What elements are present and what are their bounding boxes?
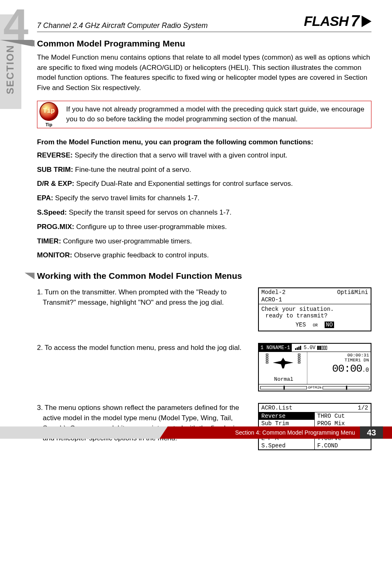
lcd1-yes: YES — [295, 322, 306, 328]
trim-left-icon — [265, 354, 269, 372]
logo-text: FLASH — [304, 13, 348, 29]
lcd2-big-time: 00:00 — [332, 363, 362, 375]
tip-icon: Tip — [39, 102, 58, 121]
lcd3-item: S.Speed — [259, 442, 315, 449]
feature-line: TIMER: Configure two user-programmable t… — [37, 236, 371, 246]
lcd2-timer-label: TIMER1 DN — [309, 358, 369, 363]
logo-arrow-icon — [362, 16, 371, 27]
lcd2-timer-count: 00:00:31 — [309, 353, 369, 358]
lcd1-msg2: ready to transmit? — [261, 312, 368, 319]
feature-line: PROG.MIX: Configure up to three user-pro… — [37, 222, 371, 232]
signal-bars-icon — [295, 346, 301, 350]
lcd3-item: Reverse — [259, 412, 315, 420]
lcd2-voltage: 5.0V — [304, 345, 316, 351]
brand-logo: FLASH 7 — [304, 12, 371, 30]
feature-line: EPA: Specify the servo travel limits for… — [37, 193, 371, 203]
lcd1-type: ACRO-1 — [261, 296, 282, 303]
page-footer: Section 4: Common Model Programming Menu… — [0, 426, 392, 439]
section-title-common: Common Model Programming Menu — [37, 39, 371, 49]
page-number: 43 — [360, 426, 383, 439]
lcd1-model: Model-2 — [261, 289, 286, 296]
feature-line: REVERSE: Specify the direction that a se… — [37, 150, 371, 160]
feature-line: S.Speed: Specify the transit speed for s… — [37, 208, 371, 218]
trim-right-icon — [297, 354, 301, 372]
lcd2-mode: Normal — [272, 376, 293, 382]
lcd-screen-1: Model-2 Opti&Mini ACRO-1 Check your situ… — [258, 287, 371, 331]
lcd1-or: OR — [313, 323, 318, 328]
functions-heading: From the Model Function menu, you can pr… — [37, 138, 371, 146]
lcd1-no-selected: NO — [325, 322, 334, 328]
feature-line: MONITOR: Observe graphic feedback to con… — [37, 250, 371, 260]
intro-paragraph: The Model Function menu contains options… — [37, 53, 371, 93]
section-label: SECTION — [5, 26, 16, 113]
tip-icon-label: Tip — [37, 122, 61, 128]
battery-icon — [317, 346, 327, 350]
lcd1-msg1: Check your situation. — [261, 306, 368, 312]
feature-line: SUB TRIM: Fine-tune the neutral point of… — [37, 165, 371, 175]
heading-marker-icon — [25, 273, 35, 279]
tip-body: If you have not already programmed a mod… — [66, 105, 364, 123]
trim-bar-left — [260, 386, 307, 389]
lcd2-model-badge: 1 NONAME-1 — [259, 344, 292, 352]
tip-callout: Tip Tip If you have not already programm… — [37, 101, 371, 128]
lcd-screen-2: 1 NONAME-1 5.0V — [258, 343, 371, 391]
lcd3-item: F.COND — [315, 442, 371, 449]
lcd2-big-time-dec: .0 — [362, 367, 369, 373]
step-2-text: 2. To access the model function menu, pr… — [43, 343, 251, 353]
lcd3-title: ACRO.List — [261, 405, 293, 411]
trim-bar-right — [323, 386, 369, 389]
step-1-text: 1. Turn on the transmitter. When prompte… — [43, 287, 251, 308]
footer-text: Section 4: Common Model Programming Menu — [235, 429, 355, 436]
lcd3-page: 1/2 — [358, 405, 368, 411]
lcd3-item: THRO Cut — [315, 412, 371, 420]
plane-icon — [271, 354, 295, 372]
section-title-working: Working with the Common Model Function M… — [37, 271, 371, 281]
doc-subtitle: 7 Channel 2.4 GHz Aircraft Computer Radi… — [37, 21, 208, 30]
feature-line: D/R & EXP: Specify Dual-Rate and Exponen… — [37, 179, 371, 189]
lcd2-bottom-label: OPTMIN — [308, 386, 321, 390]
lcd1-rx: Opti&Mini — [337, 289, 368, 296]
